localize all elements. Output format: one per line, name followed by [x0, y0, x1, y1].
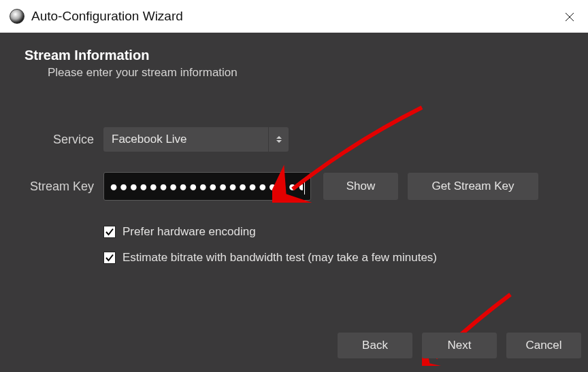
- close-icon: [565, 12, 574, 22]
- checkbox-checked-icon: [103, 226, 116, 238]
- wizard-footer: Back Next Cancel: [0, 333, 588, 372]
- prefer-hardware-checkbox-row[interactable]: Prefer hardware encoding: [103, 225, 588, 239]
- window-title: Auto-Configuration Wizard: [31, 9, 183, 24]
- text-cursor: [304, 178, 305, 195]
- obs-icon: [10, 9, 24, 24]
- streamkey-label: Stream Key: [0, 180, 103, 194]
- checkbox-checked-icon: [103, 252, 116, 264]
- page-subheading: Please enter your stream information: [48, 66, 588, 80]
- estimate-bitrate-checkbox-row[interactable]: Estimate bitrate with bandwidth test (ma…: [103, 251, 588, 265]
- streamkey-input[interactable]: ●●●●●●●●●●●●●●●●●●●●●●●●: [103, 172, 311, 201]
- service-label: Service: [0, 133, 103, 147]
- wizard-body: Stream Information Please enter your str…: [0, 33, 588, 372]
- cancel-button[interactable]: Cancel: [506, 333, 581, 358]
- prefer-hardware-label: Prefer hardware encoding: [122, 225, 256, 239]
- service-dropdown[interactable]: Facebook Live: [103, 127, 289, 152]
- get-stream-key-button[interactable]: Get Stream Key: [408, 173, 538, 200]
- close-button[interactable]: [559, 7, 580, 27]
- estimate-bitrate-label: Estimate bitrate with bandwidth test (ma…: [122, 251, 437, 265]
- back-button[interactable]: Back: [338, 333, 412, 358]
- form-area: Service Facebook Live Stream Key ●●●●●●●…: [0, 127, 588, 265]
- show-button[interactable]: Show: [323, 173, 398, 200]
- page-heading: Stream Information: [24, 48, 588, 63]
- title-bar: Auto-Configuration Wizard: [0, 0, 588, 33]
- dropdown-caret-icon: [268, 127, 289, 152]
- service-row: Service Facebook Live: [0, 127, 588, 152]
- streamkey-row: Stream Key ●●●●●●●●●●●●●●●●●●●●●●●● Show…: [0, 172, 588, 201]
- next-button[interactable]: Next: [422, 333, 497, 358]
- streamkey-masked-value: ●●●●●●●●●●●●●●●●●●●●●●●●: [110, 179, 303, 195]
- service-value: Facebook Live: [112, 133, 187, 146]
